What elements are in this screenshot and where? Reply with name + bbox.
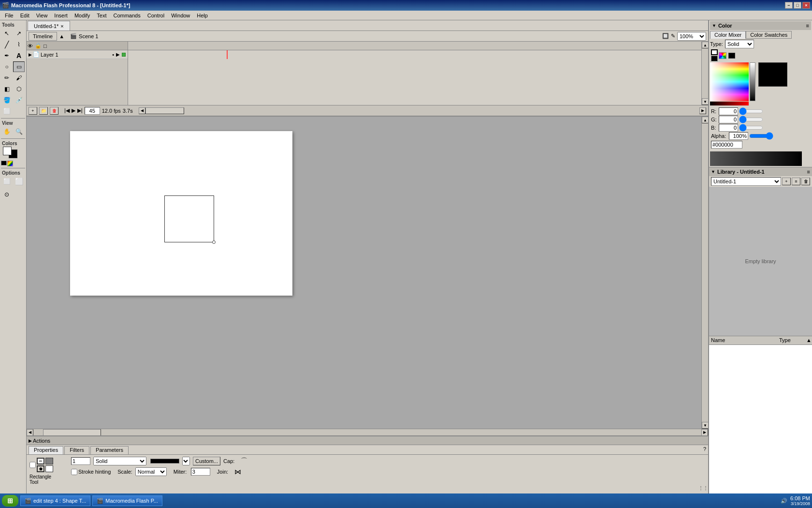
g-input[interactable]: [719, 116, 738, 123]
eyedropper-tool[interactable]: 💉: [13, 95, 25, 105]
b-input[interactable]: [719, 124, 738, 132]
rect-tool[interactable]: ▭: [13, 61, 25, 72]
timeline-toggle-btn[interactable]: Timeline: [29, 32, 57, 41]
color-panel-options[interactable]: ≡: [806, 23, 809, 29]
r-input[interactable]: [719, 107, 738, 115]
swap-colors-icon[interactable]: [7, 161, 13, 166]
stroke-swatch-small[interactable]: [711, 49, 718, 55]
tab-properties[interactable]: Properties: [29, 446, 63, 454]
paint-bucket-tool[interactable]: 🪣: [1, 95, 13, 105]
zoom-tool[interactable]: 🔍: [13, 126, 25, 137]
canvas-area[interactable]: [27, 117, 701, 429]
props-resize-btn[interactable]: ⋮⋮: [698, 485, 708, 491]
subselect-tool[interactable]: ↗: [13, 28, 25, 39]
color-type-select[interactable]: Solid Linear Radial: [725, 40, 754, 48]
alpha-slider[interactable]: [749, 132, 773, 140]
oval-tool[interactable]: ○: [1, 61, 13, 72]
frame-number-input[interactable]: [85, 107, 100, 115]
menu-insert[interactable]: Insert: [51, 12, 71, 19]
text-tool[interactable]: A: [13, 50, 25, 61]
resize-handle[interactable]: [212, 240, 216, 244]
play-btn[interactable]: ▶: [72, 107, 75, 114]
r-slider[interactable]: [739, 107, 763, 115]
scale-select[interactable]: Normal None: [135, 467, 167, 476]
fill-transform-tool[interactable]: ◧: [1, 84, 13, 94]
canvas-hscroll-thumb[interactable]: [43, 429, 101, 436]
timeline-hscroll-right[interactable]: ▶: [699, 107, 706, 114]
hue-bar[interactable]: [710, 102, 749, 105]
library-header[interactable]: ▼ Library - Untitled-1 ≡: [709, 167, 812, 176]
menu-modify[interactable]: Modify: [72, 12, 93, 19]
snap-icon[interactable]: 🔲: [662, 33, 669, 39]
close-button[interactable]: ×: [802, 2, 810, 9]
g-slider[interactable]: [739, 116, 763, 123]
zoom-select[interactable]: 100% 50% 200%: [677, 32, 706, 41]
timeline-collapse-btn[interactable]: ▲: [59, 33, 64, 39]
doc-tab-untitled[interactable]: Untitled-1* ×: [28, 21, 70, 30]
maximize-button[interactable]: □: [794, 2, 801, 9]
library-select[interactable]: Untitled-1: [711, 177, 781, 186]
menu-commands[interactable]: Commands: [110, 12, 143, 19]
tab-filters[interactable]: Filters: [64, 446, 89, 454]
minimize-button[interactable]: −: [785, 2, 793, 9]
menu-edit[interactable]: Edit: [17, 12, 32, 19]
pencil-tool[interactable]: ✏: [1, 73, 13, 83]
frame-back-btn[interactable]: |◀: [64, 107, 70, 114]
menu-file[interactable]: File: [2, 12, 16, 19]
start-button[interactable]: ⊞: [2, 495, 18, 507]
canvas-scroll-down[interactable]: ▼: [702, 422, 708, 429]
taskbar-item-2[interactable]: 🎬 Macromedia Flash P...: [92, 495, 162, 506]
timeline-scroll-up[interactable]: ▲: [702, 42, 708, 48]
stroke-width-input[interactable]: [71, 457, 90, 465]
menu-window[interactable]: Window: [168, 12, 193, 19]
menu-text[interactable]: Text: [94, 12, 109, 19]
snap-to-objects[interactable]: ⊙: [1, 189, 13, 200]
brightness-bar[interactable]: [750, 62, 755, 101]
stroke-hint-checkbox[interactable]: [71, 469, 77, 475]
library-options-btn[interactable]: ≡: [792, 178, 800, 185]
eraser-tool[interactable]: ⬜: [1, 106, 13, 117]
canvas-hscroll-left[interactable]: ◀: [27, 429, 33, 436]
stroke-checkbox[interactable]: [29, 458, 36, 472]
canvas-hscroll-right[interactable]: ▶: [701, 429, 708, 436]
fill-swatch-small[interactable]: [711, 56, 718, 61]
color-wheel-icon[interactable]: [719, 52, 726, 59]
hex-input[interactable]: [711, 141, 742, 149]
timeline-hscroll-left[interactable]: ◀: [139, 107, 145, 114]
tab-color-swatches[interactable]: Color Swatches: [746, 31, 792, 39]
option-1[interactable]: ⬜: [1, 176, 13, 187]
taskbar-item-1[interactable]: 🎬 edit step 4 : Shape T...: [20, 495, 90, 506]
close-doc-tab[interactable]: ×: [60, 23, 63, 29]
drawn-rectangle[interactable]: [164, 195, 214, 242]
option-2[interactable]: ⬜: [13, 176, 25, 187]
layer-1-row[interactable]: ▶ 📄 Layer 1 • ▶: [27, 50, 128, 59]
color-spectrum[interactable]: [710, 62, 749, 101]
ink-bottle-tool[interactable]: ⬡: [13, 84, 25, 94]
brush-tool[interactable]: 🖌: [13, 73, 25, 83]
menu-help[interactable]: Help: [194, 12, 211, 19]
library-delete-btn[interactable]: 🗑: [801, 178, 810, 185]
no-color-icon[interactable]: [728, 53, 735, 59]
canvas-scroll-up[interactable]: ▲: [702, 117, 708, 123]
lasso-tool[interactable]: ⌇: [13, 39, 25, 50]
timeline-scroll-down[interactable]: ▼: [702, 98, 708, 105]
expand-props-btn[interactable]: ▶: [29, 438, 32, 443]
timeline-hscroll-thumb[interactable]: [145, 107, 184, 114]
add-layer-btn[interactable]: +: [29, 107, 37, 115]
menu-view[interactable]: View: [33, 12, 51, 19]
arrow-tool[interactable]: ↖: [1, 28, 13, 39]
hand-tool[interactable]: ✋: [1, 126, 13, 137]
stroke-type-select[interactable]: Solid Dashed: [93, 457, 146, 465]
color-panel-header[interactable]: ▼ Color ≡: [710, 21, 811, 30]
fill-color-display[interactable]: [45, 465, 53, 472]
menu-control[interactable]: Control: [145, 12, 167, 19]
add-layer-folder-btn[interactable]: 📁: [39, 107, 48, 115]
black-white-icon[interactable]: [1, 161, 7, 165]
delete-layer-btn[interactable]: 🗑: [50, 107, 58, 115]
line-tool[interactable]: ╱: [1, 39, 13, 50]
alpha-input[interactable]: [729, 132, 748, 140]
library-new-symbol-btn[interactable]: +: [782, 178, 791, 185]
volume-icon[interactable]: 🔊: [781, 498, 787, 504]
help-icon[interactable]: ?: [703, 446, 706, 454]
tab-parameters[interactable]: Parameters: [90, 446, 129, 454]
